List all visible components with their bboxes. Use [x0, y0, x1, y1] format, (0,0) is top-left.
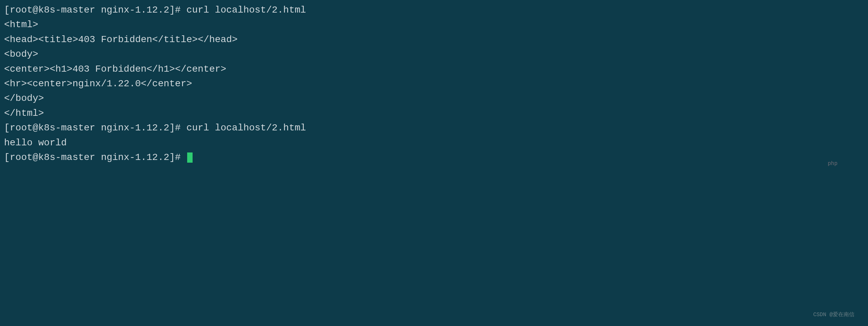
shell-command: curl localhost/2.html: [186, 123, 306, 133]
terminal-line: </html>: [4, 106, 864, 121]
terminal-line: [root@k8s-master nginx-1.12.2]#: [4, 150, 864, 165]
terminal-line: <hr><center>nginx/1.22.0</center>: [4, 76, 864, 91]
watermark-text: CSDN @爱在南信: [813, 311, 854, 319]
cursor-icon[interactable]: [187, 152, 193, 163]
shell-prompt: [root@k8s-master nginx-1.12.2]#: [4, 152, 186, 163]
watermark-text: php: [828, 160, 837, 168]
terminal-output[interactable]: [root@k8s-master nginx-1.12.2]# curl loc…: [4, 3, 864, 165]
shell-prompt: [root@k8s-master nginx-1.12.2]#: [4, 123, 186, 133]
terminal-line: <html>: [4, 17, 864, 32]
shell-prompt: [root@k8s-master nginx-1.12.2]#: [4, 5, 186, 15]
terminal-line: <center><h1>403 Forbidden</h1></center>: [4, 62, 864, 76]
shell-command: curl localhost/2.html: [186, 5, 306, 15]
terminal-line: hello world: [4, 135, 864, 150]
terminal-line: [root@k8s-master nginx-1.12.2]# curl loc…: [4, 121, 864, 135]
terminal-line: </body>: [4, 91, 864, 106]
terminal-line: <head><title>403 Forbidden</title></head…: [4, 32, 864, 47]
terminal-line: <body>: [4, 47, 864, 61]
terminal-line: [root@k8s-master nginx-1.12.2]# curl loc…: [4, 3, 864, 17]
